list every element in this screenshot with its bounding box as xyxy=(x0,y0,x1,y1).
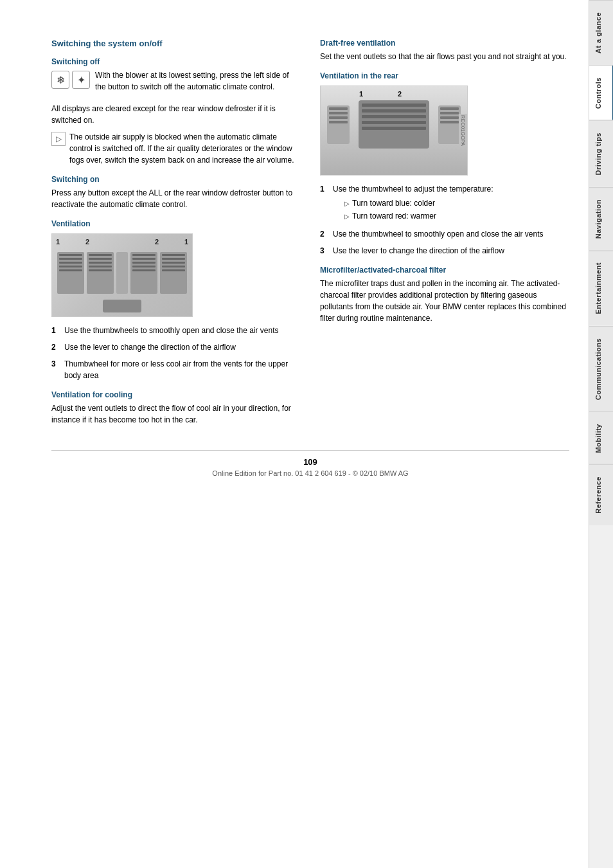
icons-box: ❄ ✦ xyxy=(51,71,90,89)
fan-icon: ✦ xyxy=(72,71,90,89)
sidebar-tab-reference[interactable]: Reference xyxy=(589,464,614,525)
switching-off-body: With the blower at its lowest setting, p… xyxy=(95,69,301,93)
sidebar-tab-communications[interactable]: Communications xyxy=(589,326,614,411)
vent-label-1-left: 1 xyxy=(56,238,60,246)
list-text-2: Use the lever to change the direction of… xyxy=(64,341,236,353)
switching-off-note1: All displays are cleared except for the … xyxy=(51,103,301,126)
microfilter-body: The microfilter traps dust and pollen in… xyxy=(320,278,569,324)
rear-list-text-2: Use the thumbwheel to smoothly open and … xyxy=(333,228,544,240)
snowflake-icon: ❄ xyxy=(51,71,69,89)
sidebar-tab-mobility[interactable]: Mobility xyxy=(589,411,614,465)
rear-list-num-3: 3 xyxy=(320,245,329,257)
two-col-layout: Switching the system on/off Switching of… xyxy=(51,39,569,431)
vent-label-2-right: 2 xyxy=(155,238,159,246)
switching-off-note2: The outside air supply is blocked when t… xyxy=(69,131,301,166)
ventilation-cooling-heading: Ventilation for cooling xyxy=(51,390,301,399)
rear-list-content-1: Use the thumbwheel to adjust the tempera… xyxy=(333,183,493,223)
ventilation-list: 1 Use the thumbwheels to smoothly open a… xyxy=(51,325,301,381)
switching-on-body: Press any button except the ALL or the r… xyxy=(51,187,301,210)
rear-vent-heading: Ventilation in the rear xyxy=(320,71,569,80)
rear-list-text-1: Use the thumbwheel to adjust the tempera… xyxy=(333,185,493,194)
footer-text: Online Edition for Part no. 01 41 2 604 … xyxy=(212,469,408,477)
rear-ventilation-inner: 1 2 3 3 xyxy=(321,86,467,175)
switching-off-heading: Switching off xyxy=(51,57,301,66)
sidebar: At a glance Controls Driving tips Naviga… xyxy=(589,0,613,868)
rear-label-1: 1 xyxy=(359,90,363,98)
switching-on-heading: Switching on xyxy=(51,175,301,184)
sub-item-2: ▷ Turn toward red: warmer xyxy=(344,210,493,222)
list-text-3: Thumbwheel for more or less cool air fro… xyxy=(64,358,301,381)
ventilation-image-inner: 1 2 3 2 1 xyxy=(52,234,192,316)
main-heading: Switching the system on/off xyxy=(51,39,301,48)
switching-off-box: ❄ ✦ With the blower at its lowest settin… xyxy=(51,69,301,98)
sidebar-tab-controls[interactable]: Controls xyxy=(589,65,614,120)
ventilation-heading: Ventilation xyxy=(51,219,301,228)
sub-item-1: ▷ Turn toward blue: colder xyxy=(344,197,493,209)
main-content: Switching the system on/off Switching of… xyxy=(0,0,589,868)
note-box: ▷ The outside air supply is blocked when… xyxy=(51,131,301,166)
ventilation-cooling-body: Adjust the vent outlets to direct the fl… xyxy=(51,402,301,426)
rear-list-item-1: 1 Use the thumbwheel to adjust the tempe… xyxy=(320,183,569,223)
sub-text-2: Turn toward red: warmer xyxy=(352,210,436,222)
microfilter-heading: Microfilter/activated-charcoal filter xyxy=(320,266,569,275)
list-num-2: 2 xyxy=(51,341,60,353)
rear-list-num-2: 2 xyxy=(320,228,329,240)
list-item-3: 3 Thumbwheel for more or less cool air f… xyxy=(51,358,301,381)
draft-free-body: Set the vent outlets so that the air flo… xyxy=(320,51,569,62)
page-number: 109 xyxy=(51,457,569,467)
draft-free-heading: Draft-free ventilation xyxy=(320,39,569,48)
left-column: Switching the system on/off Switching of… xyxy=(51,39,301,431)
sub-list: ▷ Turn toward blue: colder ▷ Turn toward… xyxy=(344,197,493,222)
rear-list-item-2: 2 Use the thumbwheel to smoothly open an… xyxy=(320,228,569,240)
sub-text-1: Turn toward blue: colder xyxy=(352,197,435,209)
right-column: Draft-free ventilation Set the vent outl… xyxy=(320,39,569,431)
page-wrapper: Switching the system on/off Switching of… xyxy=(0,0,613,868)
sidebar-tab-navigation[interactable]: Navigation xyxy=(589,187,614,250)
list-num-3: 3 xyxy=(51,358,60,381)
rear-list-item-3: 3 Use the lever to change the direction … xyxy=(320,245,569,257)
list-text-1: Use the thumbwheels to smoothly open and… xyxy=(64,325,279,336)
sub-arrow-1: ▷ xyxy=(344,199,350,208)
sub-arrow-2: ▷ xyxy=(344,212,350,221)
ventilation-image: 1 2 3 2 1 xyxy=(51,233,193,317)
rear-list-text-3: Use the lever to change the direction of… xyxy=(333,245,504,257)
rear-list: 1 Use the thumbwheel to adjust the tempe… xyxy=(320,183,569,257)
page-footer: 109 Online Edition for Part no. 01 41 2 … xyxy=(51,450,569,477)
sidebar-tab-entertainment[interactable]: Entertainment xyxy=(589,250,614,325)
note-arrow-icon: ▷ xyxy=(51,132,66,146)
list-item-1: 1 Use the thumbwheels to smoothly open a… xyxy=(51,325,301,336)
vent-label-2-left: 2 xyxy=(85,238,89,246)
rear-label-2: 2 xyxy=(398,90,402,98)
sidebar-tab-at-a-glance[interactable]: At a glance xyxy=(589,0,614,65)
rear-ventilation-image: 1 2 3 3 xyxy=(320,86,468,176)
sidebar-tab-driving-tips[interactable]: Driving tips xyxy=(589,120,614,187)
list-item-2: 2 Use the lever to change the direction … xyxy=(51,341,301,353)
vent-label-1-right: 1 xyxy=(184,238,188,246)
rear-list-num-1: 1 xyxy=(320,183,329,223)
list-num-1: 1 xyxy=(51,325,60,336)
